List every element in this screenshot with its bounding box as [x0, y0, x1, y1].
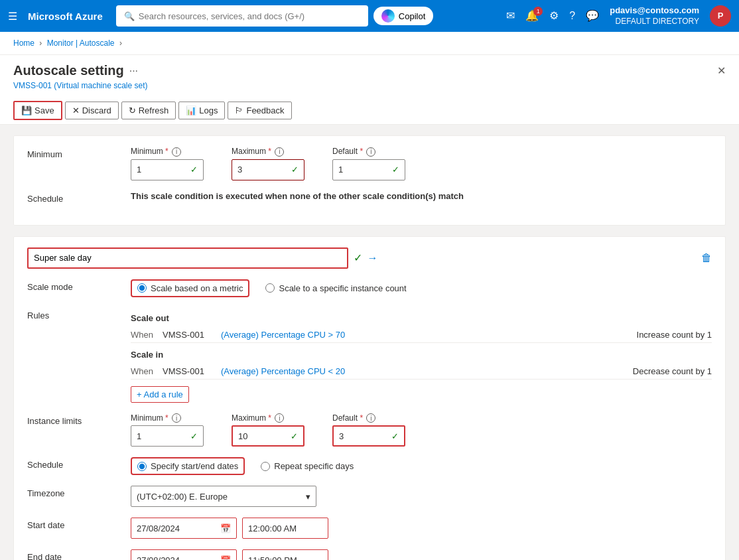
end-calendar-icon[interactable]: 📅 — [220, 555, 231, 561]
super-min-info-icon[interactable]: i — [172, 413, 181, 423]
minimum-value: 1 — [137, 165, 141, 175]
super-schedule-row: Schedule Specify start/end dates Repeat … — [27, 457, 712, 475]
refresh-icon: ↻ — [129, 105, 136, 115]
logs-button[interactable]: 📊 Logs — [178, 102, 225, 119]
super-minimum-group: Minimum * i 1 ✓ — [131, 413, 210, 447]
feedback-button[interactable]: 🏳 Feedback — [228, 102, 291, 119]
breadcrumb-monitor[interactable]: Monitor | Autoscale — [47, 38, 115, 48]
repeat-days-option[interactable]: Repeat specific days — [261, 461, 354, 471]
condition-name-input[interactable] — [27, 247, 348, 269]
rules-form-row: Rules Scale out When VMSS-001 (Average) … — [27, 308, 712, 403]
timezone-content: (UTC+02:00) E. Europe ▾ — [131, 486, 712, 507]
scale-in-metric[interactable]: (Average) Percentage CPU < 20 — [221, 366, 628, 376]
timezone-row: Timezone (UTC+02:00) E. Europe ▾ — [27, 486, 712, 507]
specify-dates-radio[interactable] — [137, 462, 147, 471]
condition-delete-icon[interactable]: 🗑 — [701, 252, 712, 264]
super-max-info-icon[interactable]: i — [275, 413, 284, 423]
nav-icons: ✉ 🔔 1 ⚙ ? 💬 pdavis@contoso.com DEFAULT D… — [506, 5, 731, 27]
scale-instance-option[interactable]: Scale to a specific instance count — [265, 283, 406, 293]
specify-dates-option[interactable]: Specify start/end dates — [131, 457, 245, 475]
page-subtitle: VMSS-001 (Virtual machine scale set) — [13, 81, 726, 90]
start-date-value: 27/08/2024 — [137, 524, 180, 533]
save-button[interactable]: 💾 Save — [13, 101, 62, 120]
calendar-icon[interactable]: 📅 — [220, 524, 231, 533]
scale-metric-label: Scale based on a metric — [151, 283, 243, 293]
user-email: pdavis@contoso.com — [610, 5, 699, 17]
email-icon[interactable]: ✉ — [506, 9, 515, 22]
discard-button[interactable]: ✕ Discard — [65, 102, 119, 119]
repeat-days-radio[interactable] — [261, 462, 270, 471]
default-select[interactable]: 1 ✓ — [332, 159, 405, 180]
super-maximum-group: Maximum * i 10 ✓ — [232, 413, 311, 447]
maximum-required: * — [268, 147, 271, 156]
search-bar[interactable]: 🔍 — [116, 5, 368, 27]
page-header: Autoscale setting ··· ✕ VMSS-001 (Virtua… — [0, 55, 739, 125]
default-info-icon[interactable]: i — [366, 147, 375, 157]
minimum-info-icon[interactable]: i — [172, 147, 181, 157]
hamburger-menu-icon[interactable]: ☰ — [8, 10, 17, 23]
settings-icon[interactable]: ⚙ — [549, 9, 559, 22]
super-maximum-select[interactable]: 10 ✓ — [232, 425, 304, 447]
main-content: Minimum Minimum * i 1 ✓ — [0, 125, 739, 560]
feedback-nav-icon[interactable]: 💬 — [586, 9, 599, 22]
super-default-select[interactable]: 3 ✓ — [332, 425, 405, 447]
breadcrumb: Home › Monitor | Autoscale › — [0, 32, 739, 55]
schedule-content: This scale condition is executed when no… — [131, 191, 712, 201]
copilot-label: Copilot — [399, 11, 425, 21]
scale-out-action: Increase count by 1 — [637, 330, 712, 340]
discard-label: Discard — [82, 105, 111, 115]
start-time-input[interactable]: 12:00:00 AM — [242, 518, 328, 539]
scale-metric-radio[interactable] — [137, 283, 147, 293]
rules-label: Rules — [27, 308, 120, 320]
maximum-info-icon[interactable]: i — [275, 147, 284, 157]
rules-content: Scale out When VMSS-001 (Average) Percen… — [131, 308, 712, 403]
scale-instance-radio[interactable] — [265, 283, 275, 293]
copilot-button[interactable]: Copilot — [373, 7, 433, 25]
super-def-info-icon[interactable]: i — [366, 413, 375, 423]
end-time-input[interactable]: 11:59:00 PM — [242, 549, 328, 560]
condition-arrow-icon[interactable]: → — [368, 252, 378, 264]
end-date-value: 27/08/2024 — [137, 555, 180, 561]
search-input[interactable] — [139, 11, 360, 21]
close-icon[interactable]: ✕ — [717, 64, 726, 77]
specify-dates-label: Specify start/end dates — [151, 461, 238, 471]
default-value: 1 — [338, 165, 343, 175]
instance-limits-content: Minimum * i 1 ✓ Maximum * — [131, 147, 712, 180]
scale-in-action: Decrease count by 1 — [633, 366, 712, 376]
logs-label: Logs — [199, 105, 218, 115]
instance-limits-label: Minimum — [27, 147, 120, 159]
super-max-check: ✓ — [291, 431, 298, 441]
start-date-input[interactable]: 27/08/2024 📅 — [131, 518, 237, 539]
super-minimum-select[interactable]: 1 ✓ — [131, 425, 204, 447]
azure-logo-title: Microsoft Azure — [28, 11, 103, 22]
default-required: * — [360, 147, 363, 156]
notification-bell[interactable]: 🔔 1 — [525, 9, 539, 22]
timezone-select[interactable]: (UTC+02:00) E. Europe ▾ — [131, 486, 316, 507]
add-rule-button[interactable]: + Add a rule — [131, 386, 189, 403]
end-date-content: 27/08/2024 📅 11:59:00 PM — [131, 549, 712, 560]
default-schedule-row: Schedule This scale condition is execute… — [27, 191, 712, 204]
instance-limits-row: Minimum Minimum * i 1 ✓ — [27, 147, 712, 180]
super-minimum-value: 1 — [137, 431, 141, 441]
start-date-content: 27/08/2024 📅 12:00:00 AM — [131, 518, 712, 539]
super-minimum-label: Minimum * i — [131, 413, 210, 423]
save-icon: 💾 — [21, 105, 32, 115]
maximum-select[interactable]: 3 ✓ — [232, 159, 304, 180]
scale-metric-option[interactable]: Scale based on a metric — [131, 279, 249, 297]
breadcrumb-home[interactable]: Home — [13, 38, 34, 48]
vmss-link[interactable]: VMSS-001 (Virtual machine scale set) — [13, 81, 148, 90]
minimum-select[interactable]: 1 ✓ — [131, 159, 204, 180]
user-avatar[interactable]: P — [710, 5, 731, 27]
scale-out-metric[interactable]: (Average) Percentage CPU > 70 — [221, 330, 632, 340]
refresh-button[interactable]: ↻ Refresh — [121, 102, 176, 119]
condition-name-row: ✓ → 🗑 — [27, 247, 712, 269]
default-label: Default * i — [332, 147, 412, 157]
minimum-required: * — [165, 147, 168, 156]
toolbar: 💾 Save ✕ Discard ↻ Refresh 📊 Logs 🏳 Feed… — [13, 97, 726, 124]
timezone-label: Timezone — [27, 486, 120, 498]
end-date-input[interactable]: 27/08/2024 📅 — [131, 549, 237, 560]
more-options-icon[interactable]: ··· — [129, 65, 138, 77]
scale-instance-label: Scale to a specific instance count — [279, 283, 406, 293]
help-icon[interactable]: ? — [569, 10, 575, 22]
scale-in-when: When — [131, 366, 157, 376]
